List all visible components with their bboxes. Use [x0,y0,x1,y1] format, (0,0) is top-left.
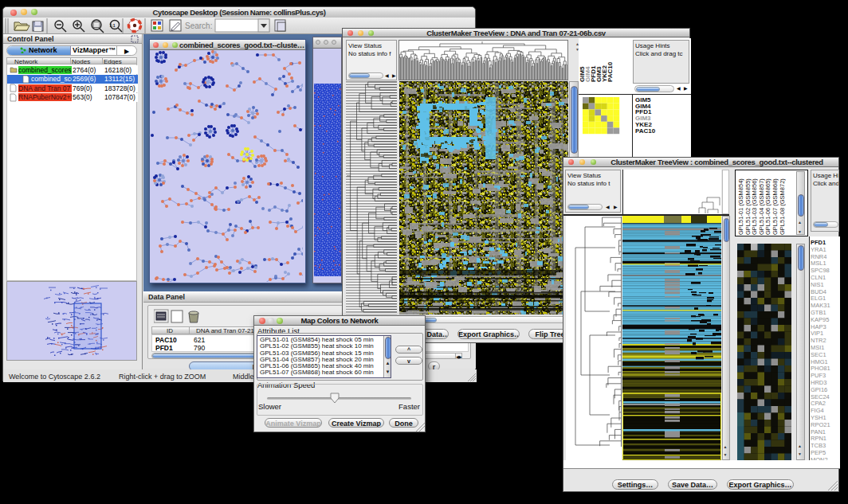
svg-text:1:1: 1:1 [109,23,115,28]
svg-text:Search:: Search: [185,21,212,30]
